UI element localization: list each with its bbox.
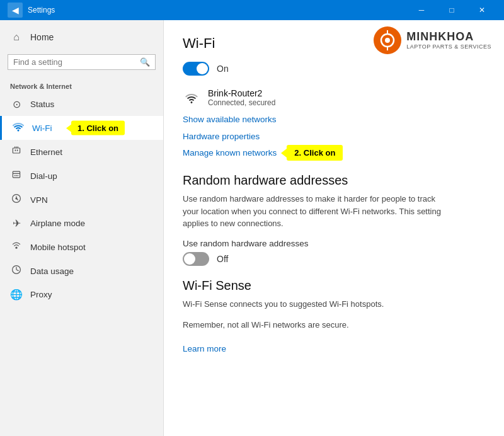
learn-more-link[interactable]: Learn more <box>183 344 226 353</box>
network-details: Brink-Router2 Connected, secured <box>208 88 275 107</box>
logo-icon <box>374 26 401 54</box>
logo-area: MINHKHOA LAPTOP PARTS & SERVICES <box>374 26 491 54</box>
search-icon: 🔍 <box>140 57 150 67</box>
sidebar-label-airplane: Airplane mode <box>30 219 85 228</box>
sidebar-item-ethernet[interactable]: Ethernet <box>0 140 163 164</box>
title-bar: ◀ Settings ─ □ ✕ <box>0 0 504 20</box>
home-icon: ⌂ <box>10 32 23 43</box>
random-hardware-heading: Random hardware addresses <box>183 173 485 188</box>
sidebar-label-dialup: Dial-up <box>30 171 57 181</box>
sidebar-label-datausage: Data usage <box>30 267 74 276</box>
sidebar-label-ethernet: Ethernet <box>30 147 62 157</box>
datausage-icon <box>10 265 23 277</box>
sidebar-label-status: Status <box>30 100 54 109</box>
back-button[interactable]: ◀ <box>8 3 23 18</box>
sidebar-section-title: Network & Internet <box>0 75 163 93</box>
sidebar-item-vpn[interactable]: VPN <box>0 188 163 212</box>
sidebar-label-proxy: Proxy <box>30 290 52 299</box>
minimize-button[interactable]: ─ <box>407 0 436 20</box>
svg-rect-5 <box>17 149 18 151</box>
close-button[interactable]: ✕ <box>467 0 496 20</box>
network-name: Brink-Router2 <box>208 88 275 98</box>
logo-sub: LAPTOP PARTS & SERVICES <box>406 43 491 50</box>
home-label: Home <box>30 32 54 42</box>
random-toggle-row: Off <box>183 252 485 266</box>
wifi-icon <box>12 122 25 134</box>
network-info: Brink-Router2 Connected, secured <box>183 88 485 108</box>
content-area: MINHKHOA LAPTOP PARTS & SERVICES Wi-Fi O… <box>164 20 504 436</box>
wifi-signal-icon <box>183 89 200 108</box>
wifi-sense-desc1: Wi-Fi Sense connects you to suggested Wi… <box>183 298 447 311</box>
sidebar-item-wifi[interactable]: Wi-Fi 1. Click on <box>0 116 163 140</box>
callout-1: 1. Click on <box>71 121 125 135</box>
sidebar: ⌂ Home 🔍 Network & Internet ⊙ Status W <box>0 20 164 436</box>
title-bar-left: ◀ Settings <box>8 3 55 18</box>
search-box[interactable]: 🔍 <box>8 54 156 70</box>
sidebar-item-proxy[interactable]: 🌐 Proxy <box>0 283 163 306</box>
svg-rect-0 <box>13 148 20 153</box>
sidebar-item-dialup[interactable]: Dial-up <box>0 164 163 188</box>
sidebar-item-airplane[interactable]: ✈ Airplane mode <box>0 212 163 235</box>
random-toggle-state: Off <box>217 254 228 264</box>
wifi-toggle-label: On <box>217 64 229 74</box>
callout-2: 2. Click on <box>287 145 343 161</box>
proxy-icon: 🌐 <box>10 289 23 301</box>
title-bar-controls: ─ □ ✕ <box>407 0 496 20</box>
svg-rect-6 <box>13 171 20 178</box>
svg-point-17 <box>385 38 390 43</box>
svg-rect-9 <box>16 175 17 176</box>
vpn-icon <box>10 193 23 206</box>
sidebar-item-datausage[interactable]: Data usage <box>0 259 163 283</box>
manage-networks-link[interactable]: Manage known networks <box>183 148 277 158</box>
search-input[interactable] <box>13 57 140 67</box>
airplane-icon: ✈ <box>10 217 23 229</box>
svg-rect-10 <box>18 175 19 176</box>
random-toggle[interactable] <box>183 252 209 266</box>
status-icon: ⊙ <box>10 98 23 110</box>
network-status: Connected, secured <box>208 98 275 107</box>
random-hardware-desc: Use random hardware addresses to make it… <box>183 193 447 230</box>
show-networks-link[interactable]: Show available networks <box>183 115 277 124</box>
logo-text-area: MINHKHOA LAPTOP PARTS & SERVICES <box>406 30 491 50</box>
sidebar-item-status[interactable]: ⊙ Status <box>0 93 163 116</box>
random-toggle-label: Use random hardware addresses <box>183 239 485 248</box>
dialup-icon <box>10 169 23 182</box>
wifi-sense-heading: Wi-Fi Sense <box>183 278 485 293</box>
wifi-toggle-row: On <box>183 62 485 76</box>
sidebar-item-hotspot[interactable]: Mobile hotspot <box>0 235 163 259</box>
svg-point-13 <box>15 247 17 249</box>
maximize-button[interactable]: □ <box>437 0 466 20</box>
svg-rect-4 <box>15 149 16 151</box>
hardware-properties-link[interactable]: Hardware properties <box>183 132 260 141</box>
logo-brand: MINHKHOA <box>406 30 491 44</box>
sidebar-label-vpn: VPN <box>30 195 48 205</box>
sidebar-item-home[interactable]: ⌂ Home <box>0 25 163 49</box>
wifi-sense-desc2: Remember, not all Wi-Fi networks are sec… <box>183 319 447 331</box>
app-container: ⌂ Home 🔍 Network & Internet ⊙ Status W <box>0 20 504 436</box>
ethernet-icon <box>10 146 23 158</box>
sidebar-label-hotspot: Mobile hotspot <box>30 243 86 252</box>
svg-rect-8 <box>14 175 16 176</box>
sidebar-label-wifi: Wi-Fi <box>32 123 52 133</box>
wifi-toggle[interactable] <box>183 62 209 76</box>
manage-networks-row: Manage known networks 2. Click on <box>183 145 485 161</box>
hotspot-icon <box>10 241 23 253</box>
app-title: Settings <box>28 6 55 14</box>
svg-point-12 <box>15 197 17 199</box>
